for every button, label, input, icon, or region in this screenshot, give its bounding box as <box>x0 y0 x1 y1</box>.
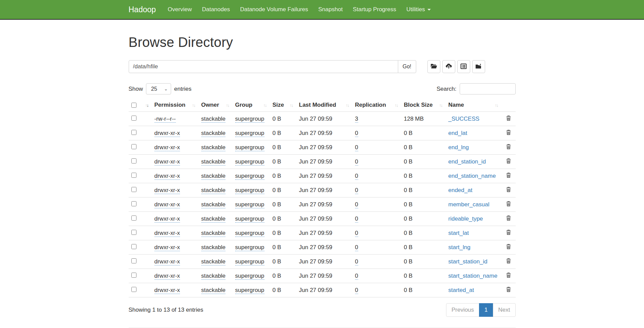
header-name[interactable]: Name ↑↓ <box>446 99 501 112</box>
permission-value[interactable]: drwxr-xr-x <box>154 215 180 223</box>
permission-value[interactable]: drwxr-xr-x <box>154 130 180 137</box>
replication-value[interactable]: 0 <box>355 215 358 223</box>
file-name-link[interactable]: end_station_id <box>448 158 486 165</box>
trash-icon[interactable] <box>506 272 511 278</box>
file-name-link[interactable]: _SUCCESS <box>448 116 480 122</box>
trash-icon[interactable] <box>506 229 511 235</box>
header-select-all[interactable]: ↑↓ <box>129 99 152 112</box>
trash-icon[interactable] <box>506 144 511 149</box>
header-size[interactable]: Size ↑↓ <box>270 99 296 112</box>
replication-value[interactable]: 0 <box>355 244 358 251</box>
group-value[interactable]: supergroup <box>235 287 264 294</box>
file-name-link[interactable]: rideable_type <box>448 215 483 222</box>
trash-icon[interactable] <box>506 258 511 263</box>
replication-value[interactable]: 0 <box>355 130 358 137</box>
nav-item-overview[interactable]: Overview <box>163 6 197 13</box>
file-name-link[interactable]: start_station_name <box>448 273 498 279</box>
group-value[interactable]: supergroup <box>235 130 264 137</box>
trash-icon[interactable] <box>506 172 511 178</box>
permission-value[interactable]: drwxr-xr-x <box>154 144 180 151</box>
permission-value[interactable]: drwxr-xr-x <box>154 273 180 280</box>
previous-page-button[interactable]: Previous <box>446 303 479 317</box>
owner-value[interactable]: stackable <box>201 244 226 251</box>
replication-value[interactable]: 0 <box>355 187 358 194</box>
group-value[interactable]: supergroup <box>235 215 264 223</box>
paste-list-button[interactable] <box>457 60 470 73</box>
create-directory-button[interactable] <box>427 60 440 73</box>
group-value[interactable]: supergroup <box>235 244 264 251</box>
replication-value[interactable]: 0 <box>355 144 358 151</box>
permission-value[interactable]: drwxr-xr-x <box>154 173 180 180</box>
group-value[interactable]: supergroup <box>235 201 264 208</box>
trash-icon[interactable] <box>506 201 511 206</box>
upload-files-button[interactable] <box>442 60 455 73</box>
permission-value[interactable]: -rw-r--r-- <box>154 116 176 123</box>
group-value[interactable]: supergroup <box>235 173 264 180</box>
permission-value[interactable]: drwxr-xr-x <box>154 230 180 237</box>
nav-item-datanodes[interactable]: Datanodes <box>197 6 235 13</box>
permission-value[interactable]: drwxr-xr-x <box>154 244 180 251</box>
move-selected-button[interactable] <box>472 60 485 73</box>
row-checkbox[interactable] <box>131 258 136 263</box>
trash-icon[interactable] <box>506 158 511 163</box>
file-name-link[interactable]: end_station_name <box>448 173 496 179</box>
group-value[interactable]: supergroup <box>235 230 264 237</box>
owner-value[interactable]: stackable <box>201 201 226 208</box>
nav-item-datanode-volume-failures[interactable]: Datanode Volume Failures <box>235 6 313 13</box>
header-replication[interactable]: Replication ↑↓ <box>352 99 401 112</box>
row-checkbox[interactable] <box>131 244 136 249</box>
owner-value[interactable]: stackable <box>201 130 226 137</box>
trash-icon[interactable] <box>506 187 511 192</box>
owner-value[interactable]: stackable <box>201 144 226 151</box>
row-checkbox[interactable] <box>131 130 136 135</box>
replication-value[interactable]: 0 <box>355 158 358 166</box>
replication-value[interactable]: 0 <box>355 201 358 208</box>
header-owner[interactable]: Owner ↑↓ <box>199 99 233 112</box>
header-last-modified[interactable]: Last Modified ↑↓ <box>296 99 352 112</box>
search-input[interactable] <box>460 83 516 94</box>
file-name-link[interactable]: ended_at <box>448 187 473 193</box>
replication-value[interactable]: 0 <box>355 287 358 294</box>
select-all-checkbox[interactable] <box>131 103 136 108</box>
page-1-button[interactable]: 1 <box>479 303 493 317</box>
owner-value[interactable]: stackable <box>201 230 226 237</box>
permission-value[interactable]: drwxr-xr-x <box>154 287 180 294</box>
replication-value[interactable]: 3 <box>355 116 358 123</box>
group-value[interactable]: supergroup <box>235 258 264 265</box>
row-checkbox[interactable] <box>131 173 136 178</box>
owner-value[interactable]: stackable <box>201 215 226 223</box>
replication-value[interactable]: 0 <box>355 230 358 237</box>
file-name-link[interactable]: start_station_id <box>448 258 487 265</box>
permission-value[interactable]: drwxr-xr-x <box>154 158 180 166</box>
file-name-link[interactable]: start_lat <box>448 230 469 236</box>
nav-item-startup-progress[interactable]: Startup Progress <box>348 6 401 13</box>
row-checkbox[interactable] <box>131 116 136 121</box>
go-button[interactable]: Go! <box>398 60 416 73</box>
row-checkbox[interactable] <box>131 187 136 192</box>
directory-path-input[interactable] <box>129 60 398 73</box>
permission-value[interactable]: drwxr-xr-x <box>154 258 180 265</box>
file-name-link[interactable]: member_casual <box>448 201 490 208</box>
owner-value[interactable]: stackable <box>201 187 226 194</box>
replication-value[interactable]: 0 <box>355 258 358 265</box>
trash-icon[interactable] <box>506 287 511 292</box>
replication-value[interactable]: 0 <box>355 173 358 180</box>
row-checkbox[interactable] <box>131 273 136 278</box>
brand-hadoop[interactable]: Hadoop <box>129 5 156 14</box>
page-size-select[interactable]: 25 ⌄ <box>146 83 171 94</box>
group-value[interactable]: supergroup <box>235 116 264 123</box>
file-name-link[interactable]: end_lat <box>448 130 467 136</box>
permission-value[interactable]: drwxr-xr-x <box>154 201 180 208</box>
row-checkbox[interactable] <box>131 158 136 163</box>
owner-value[interactable]: stackable <box>201 287 226 294</box>
replication-value[interactable]: 0 <box>355 273 358 280</box>
owner-value[interactable]: stackable <box>201 173 226 180</box>
row-checkbox[interactable] <box>131 287 136 292</box>
trash-icon[interactable] <box>506 215 511 221</box>
row-checkbox[interactable] <box>131 144 136 149</box>
owner-value[interactable]: stackable <box>201 273 226 280</box>
nav-item-utilities-dropdown[interactable]: Utilities <box>401 6 436 13</box>
header-permission[interactable]: Permission ↑↓ <box>152 99 199 112</box>
group-value[interactable]: supergroup <box>235 187 264 194</box>
permission-value[interactable]: drwxr-xr-x <box>154 187 180 194</box>
